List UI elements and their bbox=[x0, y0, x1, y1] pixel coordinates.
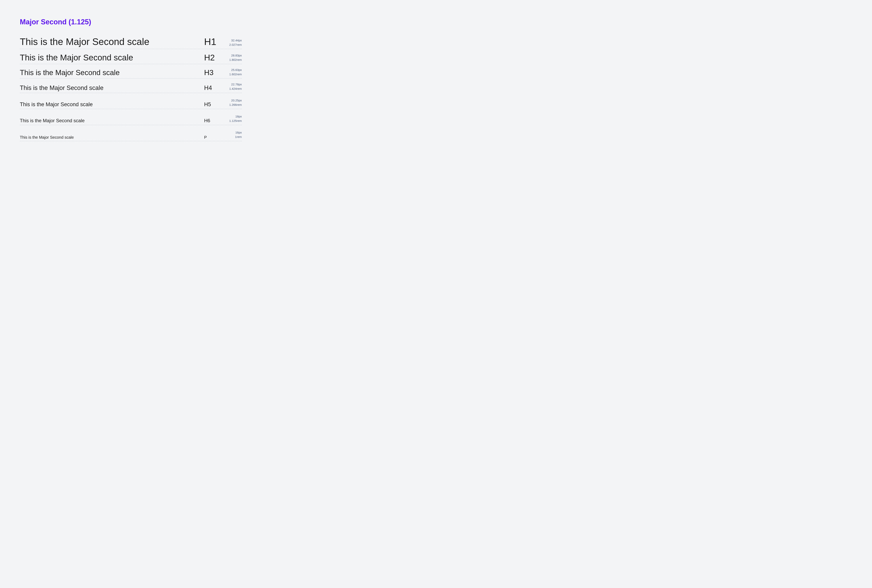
rem-value: 2.027rem bbox=[229, 43, 242, 47]
size-meta: 16px 1rem bbox=[222, 130, 242, 140]
scale-row-h2: This is the Major Second scale H2 28.83p… bbox=[20, 53, 242, 64]
size-meta: 20.25px 1.266rem bbox=[222, 98, 242, 108]
rem-value: 1.266rem bbox=[229, 103, 242, 107]
size-meta: 32.44px 2.027rem bbox=[222, 38, 242, 48]
rem-value: 1.424rem bbox=[229, 87, 242, 91]
rem-value: 1.802rem bbox=[229, 58, 242, 62]
scale-row-h3: This is the Major Second scale H3 25.63p… bbox=[20, 68, 242, 79]
element-tag: H6 bbox=[204, 118, 222, 124]
element-tag: H3 bbox=[204, 68, 222, 77]
element-tag: H1 bbox=[204, 36, 222, 48]
px-value: 16px bbox=[235, 130, 242, 135]
px-value: 28.83px bbox=[231, 53, 242, 58]
rem-value: 1.125rem bbox=[229, 118, 242, 123]
px-value: 18px bbox=[235, 114, 242, 119]
px-value: 20.25px bbox=[231, 98, 242, 103]
scale-row-h6: This is the Major Second scale H6 18px 1… bbox=[20, 114, 242, 125]
element-tag: H2 bbox=[204, 53, 222, 63]
scale-row-h4: This is the Major Second scale H4 22.78p… bbox=[20, 82, 242, 93]
scale-row-h5: This is the Major Second scale H5 20.25p… bbox=[20, 98, 242, 109]
size-meta: 18px 1.125rem bbox=[222, 114, 242, 124]
sample-text: This is the Major Second scale bbox=[20, 135, 204, 140]
px-value: 32.44px bbox=[231, 38, 242, 43]
sample-text: This is the Major Second scale bbox=[20, 53, 204, 63]
element-tag: P bbox=[204, 135, 222, 140]
rem-value: 1.602rem bbox=[229, 72, 242, 76]
scale-row-p: This is the Major Second scale P 16px 1r… bbox=[20, 130, 242, 141]
px-value: 25.63px bbox=[231, 68, 242, 72]
sample-text: This is the Major Second scale bbox=[20, 118, 204, 124]
element-tag: H4 bbox=[204, 84, 222, 92]
px-value: 22.78px bbox=[231, 82, 242, 87]
size-meta: 22.78px 1.424rem bbox=[222, 82, 242, 92]
size-meta: 25.63px 1.602rem bbox=[222, 68, 242, 77]
size-meta: 28.83px 1.802rem bbox=[222, 53, 242, 63]
sample-text: This is the Major Second scale bbox=[20, 101, 204, 108]
scale-row-h1: This is the Major Second scale H1 32.44p… bbox=[20, 36, 242, 49]
sample-text: This is the Major Second scale bbox=[20, 36, 204, 48]
sample-text: This is the Major Second scale bbox=[20, 84, 204, 92]
sample-text: This is the Major Second scale bbox=[20, 68, 204, 77]
element-tag: H5 bbox=[204, 101, 222, 108]
page-title: Major Second (1.125) bbox=[20, 18, 242, 26]
rem-value: 1rem bbox=[235, 135, 242, 139]
